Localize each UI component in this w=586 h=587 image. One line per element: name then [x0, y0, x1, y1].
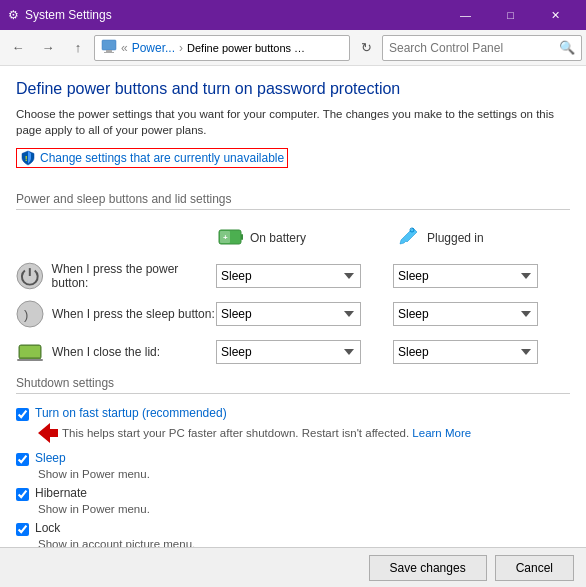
hibernate-label: Hibernate — [35, 486, 87, 500]
learn-more-link[interactable]: Learn More — [412, 427, 471, 439]
fast-startup-desc-row: This helps start your PC faster after sh… — [38, 423, 570, 443]
svg-text:!: ! — [25, 155, 27, 162]
refresh-button[interactable]: ↻ — [352, 34, 380, 62]
breadcrumb-current: Define power buttons and turn on passwor… — [187, 42, 307, 54]
lid-icon — [16, 338, 44, 366]
lock-label: Lock — [35, 521, 60, 535]
breadcrumb-sep-2: › — [179, 41, 183, 55]
titlebar: ⚙ System Settings — □ ✕ — [0, 0, 586, 30]
svg-text:): ) — [24, 307, 28, 322]
close-button[interactable]: ✕ — [533, 0, 578, 30]
titlebar-controls: — □ ✕ — [443, 0, 578, 30]
fast-startup-description: This helps start your PC faster after sh… — [62, 427, 471, 439]
battery-icon: + — [216, 222, 244, 254]
fast-startup-row: Turn on fast startup (recommended) — [16, 406, 570, 421]
sleep-label: Sleep — [35, 451, 66, 465]
breadcrumb-root-icon — [101, 38, 117, 57]
sleep-description: Show in Power menu. — [38, 468, 570, 480]
save-button[interactable]: Save changes — [369, 555, 487, 581]
plug-icon — [393, 222, 421, 254]
search-icon: 🔍 — [559, 40, 575, 55]
svg-rect-14 — [17, 359, 43, 361]
subtitle-text: Choose the power settings that you want … — [16, 106, 570, 138]
breadcrumb: « Power... › Define power buttons and tu… — [94, 35, 350, 61]
lid-plugged-dropdown[interactable]: Sleep Do nothing Hibernate Shut down — [393, 340, 538, 364]
cancel-button[interactable]: Cancel — [495, 555, 574, 581]
power-button-plugged-dropdown[interactable]: Sleep Do nothing Hibernate Shut down — [393, 264, 538, 288]
minimize-button[interactable]: — — [443, 0, 488, 30]
change-settings-text: Change settings that are currently unava… — [40, 151, 284, 165]
svg-rect-5 — [241, 234, 243, 240]
power-button-battery-dropdown[interactable]: Sleep Do nothing Hibernate Shut down — [216, 264, 361, 288]
navbar: ← → ↑ « Power... › Define power buttons … — [0, 30, 586, 66]
svg-rect-13 — [20, 346, 40, 357]
hibernate-checkbox[interactable] — [16, 488, 29, 501]
power-table-header: + On battery Plugged in — [16, 222, 570, 254]
power-button-row: When I press the power button: Sleep Do … — [16, 262, 570, 290]
hibernate-row: Hibernate — [16, 486, 570, 501]
power-sleep-section-header: Power and sleep buttons and lid settings — [16, 192, 570, 210]
sleep-button-icon: ) — [16, 300, 44, 328]
change-settings-link[interactable]: ! Change settings that are currently una… — [16, 148, 288, 168]
app-title: System Settings — [25, 8, 112, 22]
svg-rect-2 — [104, 52, 114, 53]
main-content: Define power buttons and turn on passwor… — [0, 66, 586, 587]
sleep-button-label: ) When I press the sleep button: — [16, 300, 216, 328]
search-input[interactable] — [389, 41, 555, 55]
power-button-icon — [16, 262, 44, 290]
hibernate-description: Show in Power menu. — [38, 503, 570, 515]
svg-marker-15 — [38, 423, 58, 443]
fast-startup-label: Turn on fast startup (recommended) — [35, 406, 227, 420]
titlebar-left: ⚙ System Settings — [8, 8, 112, 22]
forward-button[interactable]: → — [34, 34, 62, 62]
bottom-bar: Save changes Cancel — [0, 547, 586, 587]
page-title: Define power buttons and turn on passwor… — [16, 80, 570, 98]
sleep-button-plugged-dropdown[interactable]: Sleep Do nothing Hibernate Shut down — [393, 302, 538, 326]
lock-row: Lock — [16, 521, 570, 536]
lid-battery-dropdown[interactable]: Sleep Do nothing Hibernate Shut down — [216, 340, 361, 364]
power-button-label: When I press the power button: — [16, 262, 216, 290]
search-box: 🔍 — [382, 35, 582, 61]
breadcrumb-power[interactable]: Power... — [132, 41, 175, 55]
svg-point-10 — [17, 301, 43, 327]
svg-rect-0 — [102, 40, 116, 50]
shield-icon: ! — [20, 150, 36, 166]
lid-row: When I close the lid: Sleep Do nothing H… — [16, 338, 570, 366]
sleep-row: Sleep — [16, 451, 570, 466]
shutdown-section: Shutdown settings Turn on fast startup (… — [16, 376, 570, 550]
lock-checkbox[interactable] — [16, 523, 29, 536]
lid-label: When I close the lid: — [16, 338, 216, 366]
svg-rect-1 — [106, 50, 112, 52]
back-button[interactable]: ← — [4, 34, 32, 62]
sleep-button-battery-dropdown[interactable]: Sleep Do nothing Hibernate Shut down — [216, 302, 361, 326]
red-arrow-icon — [38, 423, 58, 443]
plugged-column-header: Plugged in — [393, 222, 570, 254]
up-button[interactable]: ↑ — [64, 34, 92, 62]
battery-column-header: + On battery — [216, 222, 393, 254]
fast-startup-checkbox[interactable] — [16, 408, 29, 421]
svg-text:+: + — [223, 233, 228, 242]
app-icon: ⚙ — [8, 8, 19, 22]
maximize-button[interactable]: □ — [488, 0, 533, 30]
sleep-checkbox[interactable] — [16, 453, 29, 466]
sleep-button-row: ) When I press the sleep button: Sleep D… — [16, 300, 570, 328]
breadcrumb-sep-1: « — [121, 41, 128, 55]
shutdown-section-header: Shutdown settings — [16, 376, 570, 394]
